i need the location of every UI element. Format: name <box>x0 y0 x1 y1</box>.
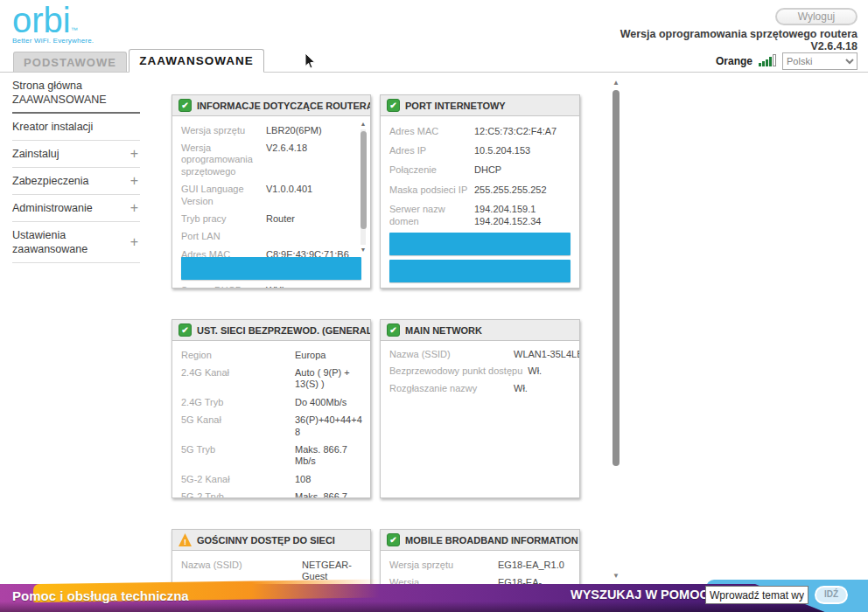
expand-plus-icon[interactable]: + <box>130 200 138 216</box>
scrollbar-thumb[interactable] <box>360 131 367 229</box>
orbi-logo-text: orbi™ <box>12 2 94 38</box>
panel-scrollbar[interactable]: ▲ ▼ <box>359 121 368 254</box>
row-value: LBR20(6PM) <box>266 125 351 136</box>
search-go-button[interactable]: IDŹ <box>815 586 848 604</box>
panel-main-network: MAIN NETWORK Nazwa (SSID) WLAN1-35L4LB B… <box>380 319 580 498</box>
sidebar-item-label: Strona główna ZAAWANSOWANE <box>12 79 140 107</box>
panel-action-button[interactable] <box>389 233 570 255</box>
scrollbar-thumb[interactable] <box>612 90 620 466</box>
panel-title: PORT INTERNETOWY <box>405 101 506 111</box>
scroll-down-icon[interactable]: ▼ <box>611 572 621 580</box>
row-value: Auto ( 9(P) + 13(S) ) <box>295 367 363 391</box>
support-title: Pomoc i obsługa techniczna <box>12 588 189 603</box>
mouse-cursor <box>304 53 317 71</box>
sidebar-item[interactable]: Zainstaluj + <box>12 141 140 168</box>
sidebar-item[interactable]: Strona główna ZAAWANSOWANE <box>12 77 140 114</box>
expand-plus-icon[interactable]: + <box>130 146 138 162</box>
warning-icon <box>178 533 192 546</box>
row-label: Port LAN <box>181 231 266 242</box>
row-value: 108 <box>295 474 363 485</box>
info-row: Serwer DHCP WYŁ. <box>181 282 351 289</box>
info-row: 5G Tryb Maks. 866.7 Mb/s <box>181 441 363 470</box>
signal-bars-icon <box>759 54 776 68</box>
expand-plus-icon[interactable]: + <box>130 173 138 189</box>
row-value: 194.204.159.1 194.204.152.34 <box>474 204 572 227</box>
row-label: 5G Tryb <box>181 444 295 468</box>
row-value: 36(P)+40+44+48 <box>295 414 363 438</box>
info-row: Port LAN <box>181 228 351 246</box>
info-row: GUI Language Version V1.0.0.401 <box>181 181 351 211</box>
help-search-input[interactable] <box>705 586 808 604</box>
row-value: Europa <box>295 350 363 361</box>
sidebar-item-label: Kreator instalacji <box>12 120 140 134</box>
row-label: GUI Language Version <box>181 184 266 207</box>
row-label: Wersja sprzętu <box>181 125 266 136</box>
expand-plus-icon[interactable]: + <box>130 234 138 250</box>
row-label: Maska podsieci IP <box>389 184 474 196</box>
sidebar-item[interactable]: Zabezpieczenia + <box>12 168 140 195</box>
sidebar-item-label: Zabezpieczenia <box>12 174 140 188</box>
info-row: Adres IP 10.5.204.153 <box>389 141 572 160</box>
panel-rows: Adres MAC 12:C5:73:C2:F4:A7 Adres IP 10.… <box>381 116 579 251</box>
sidebar-item[interactable]: Administrowanie + <box>12 195 140 222</box>
panel-header: PORT INTERNETOWY <box>381 95 579 116</box>
row-label: 2.4G Kanał <box>181 367 295 391</box>
page-scrollbar[interactable]: ▲ ▼ <box>611 79 621 580</box>
info-row: Nazwa (SSID) WLAN1-35L4LB <box>389 346 572 363</box>
panel-title: MAIN NETWORK <box>405 325 482 336</box>
info-row: 5G-2 Kanał 108 <box>181 470 363 488</box>
firmware-version: V2.6.4.18 <box>810 40 858 52</box>
panel-header: INFORMACJE DOTYCZĄCE ROUTERA <box>172 95 370 116</box>
logout-button[interactable]: Wyloguj <box>775 8 858 25</box>
sidebar-item-label: Zainstaluj <box>12 147 140 161</box>
row-value: V1.0.0.401 <box>266 184 351 207</box>
row-value: WLAN1-35L4LB <box>514 349 580 360</box>
row-label: Wersja oprogramowania sprzętowego <box>181 143 266 177</box>
row-label: Adres IP <box>389 145 474 156</box>
row-label: Bezprzewodowy punkt dostępu <box>389 365 528 377</box>
row-label: 5G-2 Tryb <box>181 491 295 498</box>
row-value: 255.255.255.252 <box>474 184 572 196</box>
info-row: Bezprzewodowy punkt dostępu Wł. <box>389 363 572 379</box>
sidebar-nav: Strona główna ZAAWANSOWANE Kreator insta… <box>12 77 140 263</box>
carrier-name: Orange <box>716 55 752 67</box>
check-icon <box>387 533 400 546</box>
sidebar-item[interactable]: Ustawienia zaawansowane + <box>12 222 140 263</box>
check-icon <box>178 323 192 337</box>
panel-title: GOŚCINNY DOSTĘP DO SIECI <box>197 535 335 546</box>
sidebar-item-label: Administrowanie <box>12 201 140 215</box>
scroll-up-icon[interactable]: ▲ <box>611 79 621 87</box>
panel-buttons <box>389 233 570 282</box>
scroll-down-icon[interactable]: ▼ <box>359 247 368 254</box>
panel-title: MOBILE BROADBAND INFORMATION <box>405 535 578 546</box>
row-label: Adres MAC <box>389 126 474 137</box>
panel-router-information: INFORMACJE DOTYCZĄCE ROUTERA Wersja sprz… <box>172 94 371 289</box>
row-label: Tryb pracy <box>181 213 266 225</box>
row-value: EG18-EA_R1.0 <box>498 560 572 571</box>
logo-tagline: Better WiFi. Everywhere. <box>12 37 94 45</box>
row-value: Maks. 866.7 Mb/s <box>295 491 363 498</box>
tab-zaawansowane[interactable]: ZAAWANSOWANE <box>129 49 264 73</box>
language-select[interactable]: Polski <box>782 52 858 70</box>
sidebar-item-label: Ustawienia zaawansowane <box>12 228 140 256</box>
info-row: Region Europa <box>181 346 363 364</box>
panel-header: UST. SIECI BEZPRZEWOD. (GENERAL) <box>172 320 370 341</box>
panel-action-button[interactable] <box>389 260 570 282</box>
row-label: 5G-2 Kanał <box>181 474 295 485</box>
info-row: Rozgłaszanie nazwy Wł. <box>389 380 572 397</box>
row-label: Serwer DHCP <box>181 285 266 289</box>
scroll-up-icon[interactable]: ▲ <box>359 121 368 128</box>
row-value: WYŁ. <box>266 285 351 289</box>
tab-podstawowe[interactable]: PODSTAWOWE <box>13 52 127 72</box>
check-icon <box>178 99 192 112</box>
orbi-logo: orbi™ Better WiFi. Everywhere. <box>12 2 94 45</box>
info-row: 2.4G Tryb Do 400Mb/s <box>181 393 363 411</box>
row-value: Wł. <box>514 383 572 394</box>
panel-wireless-settings: UST. SIECI BEZPRZEWOD. (GENERAL) Region … <box>172 319 371 498</box>
row-value: Maks. 866.7 Mb/s <box>295 444 363 468</box>
sidebar-item[interactable]: Kreator instalacji <box>12 114 140 141</box>
panel-action-button[interactable] <box>181 257 361 280</box>
panel-title: INFORMACJE DOTYCZĄCE ROUTERA <box>197 101 371 111</box>
row-label: Połączenie <box>389 164 474 176</box>
help-search-label: WYSZUKAJ W POMOCY <box>570 588 718 602</box>
